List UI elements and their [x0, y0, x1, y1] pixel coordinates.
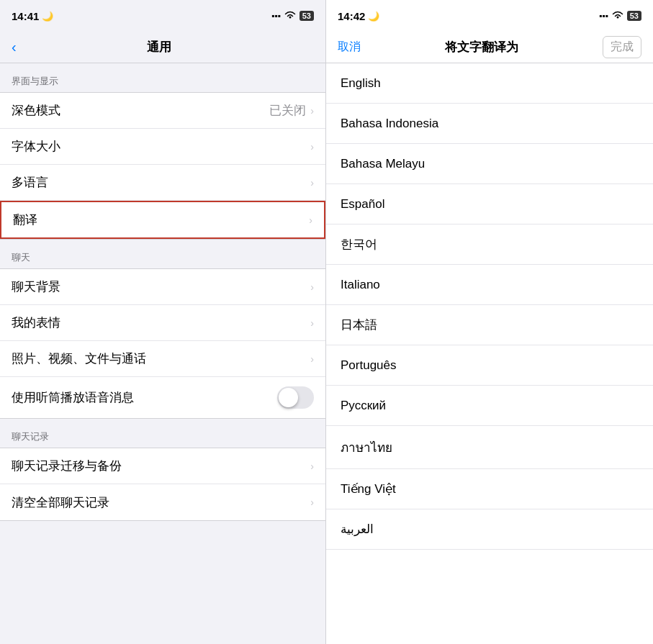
language-item-portuguese[interactable]: Português [326, 345, 653, 386]
language-item-english[interactable]: English [326, 63, 653, 104]
settings-item-clear[interactable]: 清空全部聊天记录 › [0, 484, 325, 520]
language-item-japanese[interactable]: 日本語 [326, 305, 653, 345]
multilang-label: 多语言 [12, 174, 310, 191]
language-name-espanol: Español [341, 197, 639, 212]
clear-chevron: › [310, 496, 314, 508]
chat-bg-label: 聊天背景 [12, 278, 310, 295]
language-name-arabic: العربية [341, 522, 639, 537]
stickers-chevron: › [310, 317, 314, 329]
language-item-bahasa-indonesia[interactable]: Bahasa Indonesia [326, 104, 653, 144]
media-chevron: › [310, 353, 314, 365]
settings-item-backup[interactable]: 聊天记录迁移与备份 › [0, 448, 325, 484]
clear-label: 清空全部聊天记录 [12, 494, 310, 511]
earpiece-label: 使用听筒播放语音消息 [12, 389, 277, 406]
signal-icon: ▪▪▪ [271, 11, 281, 21]
language-name-japanese: 日本語 [341, 317, 639, 333]
language-name-vietnamese: Tiếng Việt [341, 481, 639, 496]
backup-chevron: › [310, 461, 314, 472]
left-status-icons: ▪▪▪ 53 [271, 11, 314, 22]
settings-item-translate[interactable]: 翻译 › [0, 201, 325, 239]
font-size-chevron: › [310, 141, 314, 153]
language-item-arabic[interactable]: العربية [326, 509, 653, 550]
settings-item-multilang[interactable]: 多语言 › [0, 165, 325, 201]
settings-item-media[interactable]: 照片、视频、文件与通话 › [0, 341, 325, 377]
right-panel: 14:42 🌙 ▪▪▪ 53 取消 将文字翻译为 完成 English Baha… [326, 0, 653, 644]
settings-item-dark-mode[interactable]: 深色模式 已关闭 › [0, 93, 325, 129]
right-signal-icon: ▪▪▪ [599, 11, 608, 21]
language-list: English Bahasa Indonesia Bahasa Melayu E… [326, 63, 653, 644]
font-size-label: 字体大小 [12, 138, 310, 155]
left-nav-title: 通用 [22, 39, 297, 55]
settings-group-chat: 聊天背景 › 我的表情 › 照片、视频、文件与通话 › 使用听筒播放语音消息 [0, 268, 325, 419]
chat-bg-chevron: › [310, 281, 314, 293]
right-status-icons: ▪▪▪ 53 [599, 11, 641, 22]
left-status-time: 14:41 [12, 10, 39, 22]
backup-label: 聊天记录迁移与备份 [12, 458, 310, 474]
left-nav-bar: ‹ 通用 [0, 32, 325, 63]
cancel-button[interactable]: 取消 [338, 40, 361, 55]
language-item-bahasa-melayu[interactable]: Bahasa Melayu [326, 144, 653, 184]
language-item-korean[interactable]: 한국어 [326, 225, 653, 265]
translate-label: 翻译 [13, 212, 309, 228]
right-status-bar: 14:42 🌙 ▪▪▪ 53 [326, 0, 653, 32]
done-button[interactable]: 完成 [603, 36, 641, 58]
left-settings-content: 界面与显示 深色模式 已关闭 › 字体大小 › 多语言 › 翻译 › [0, 63, 325, 644]
dark-mode-chevron: › [310, 105, 314, 117]
language-name-italiano: Italiano [341, 278, 639, 292]
section-header-history: 聊天记录 [0, 419, 325, 448]
language-item-espanol[interactable]: Español [326, 184, 653, 225]
settings-item-earpiece[interactable]: 使用听筒播放语音消息 [0, 377, 325, 418]
settings-item-chat-bg[interactable]: 聊天背景 › [0, 269, 325, 305]
settings-item-font-size[interactable]: 字体大小 › [0, 129, 325, 165]
multilang-chevron: › [310, 177, 314, 189]
left-status-bar: 14:41 🌙 ▪▪▪ 53 [0, 0, 325, 32]
right-battery-icon: 53 [627, 11, 641, 21]
settings-group-display: 深色模式 已关闭 › 字体大小 › 多语言 › 翻译 › [0, 92, 325, 240]
battery-icon: 53 [300, 11, 314, 21]
right-nav-bar: 取消 将文字翻译为 完成 [326, 32, 653, 63]
left-panel: 14:41 🌙 ▪▪▪ 53 ‹ 通用 界面与显示 深色模式 [0, 0, 326, 644]
language-name-thai: ภาษาไทย [341, 437, 639, 457]
right-wifi-icon [612, 11, 623, 22]
language-name-bahasa-melayu: Bahasa Melayu [341, 157, 639, 171]
right-status-moon: 🌙 [368, 11, 379, 22]
language-item-vietnamese[interactable]: Tiếng Việt [326, 469, 653, 509]
language-name-english: English [341, 76, 639, 91]
back-button[interactable]: ‹ [12, 39, 17, 55]
toggle-thumb [279, 388, 298, 407]
settings-item-stickers[interactable]: 我的表情 › [0, 305, 325, 341]
language-name-russian: Русский [341, 399, 639, 413]
language-item-russian[interactable]: Русский [326, 386, 653, 426]
left-status-moon: 🌙 [42, 11, 53, 22]
section-header-chat: 聊天 [0, 240, 325, 268]
earpiece-toggle[interactable] [277, 386, 314, 409]
right-status-time: 14:42 [338, 10, 365, 22]
language-name-bahasa-indonesia: Bahasa Indonesia [341, 117, 639, 131]
language-name-korean: 한국어 [341, 236, 639, 253]
dark-mode-value: 已关闭 [269, 102, 306, 119]
media-label: 照片、视频、文件与通话 [12, 350, 310, 367]
language-item-thai[interactable]: ภาษาไทย [326, 426, 653, 469]
wifi-icon [284, 11, 296, 22]
language-name-portuguese: Português [341, 358, 639, 373]
translate-chevron: › [309, 214, 312, 226]
settings-group-history: 聊天记录迁移与备份 › 清空全部聊天记录 › [0, 448, 325, 521]
stickers-label: 我的表情 [12, 314, 310, 331]
right-nav-title: 将文字翻译为 [361, 39, 603, 55]
language-item-italiano[interactable]: Italiano [326, 265, 653, 305]
section-header-display: 界面与显示 [0, 63, 325, 92]
dark-mode-label: 深色模式 [12, 102, 269, 119]
